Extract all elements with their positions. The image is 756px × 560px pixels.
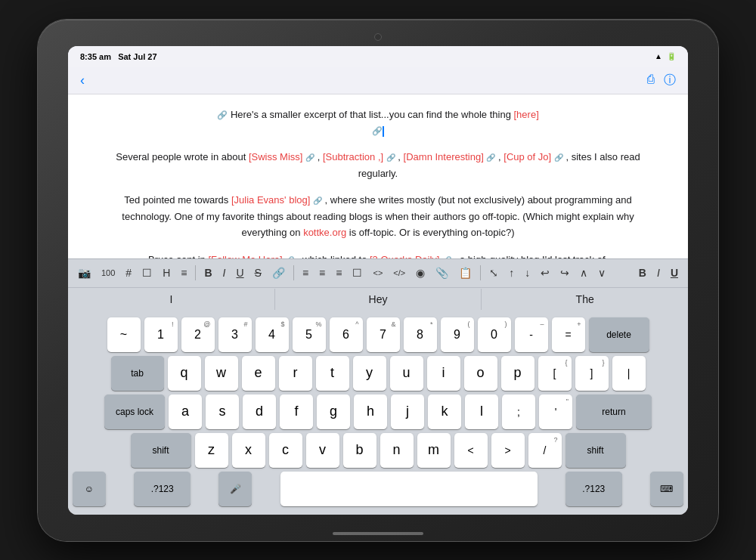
key-r[interactable]: r [279,356,312,391]
key-tilde[interactable]: ~ [107,317,141,352]
key-0[interactable]: )0 [478,317,511,352]
code-block-btn[interactable]: </> [389,265,409,280]
redo-btn[interactable]: ↪ [556,264,573,282]
key-8[interactable]: *8 [404,317,437,352]
key-t[interactable]: t [316,356,349,391]
italic-btn[interactable]: I [219,264,230,282]
key-p[interactable]: p [501,356,534,391]
bold-right-btn[interactable]: B [635,264,650,282]
key-j[interactable]: j [391,394,424,429]
undo-btn[interactable]: ↩ [537,264,553,282]
key-5[interactable]: %5 [293,317,326,352]
quarks-daily-link[interactable]: [3 Quarks Daily] [370,254,439,258]
highlight-btn[interactable]: ◉ [412,264,429,282]
key-mic[interactable]: 🎤 [218,472,252,506]
camera-btn[interactable]: 📷 [74,264,94,282]
damn-interesting-link[interactable]: [Damn Interesting] [404,151,484,162]
key-e[interactable]: e [242,356,275,391]
checklist-btn[interactable]: ☐ [138,264,156,282]
key-keyboard[interactable]: ⌨ [650,472,683,506]
predictive-word-2[interactable]: Hey [275,289,482,310]
key-tab[interactable]: tab [111,356,164,391]
key-7[interactable]: &7 [367,317,400,352]
key-slash[interactable]: ?/ [528,433,562,468]
key-x[interactable]: x [232,433,265,468]
key-i[interactable]: i [427,356,460,391]
bold-btn[interactable]: B [200,264,215,282]
font-size-btn[interactable]: 100 [98,265,119,280]
back-button[interactable]: ‹ [80,73,85,88]
key-space[interactable] [280,472,538,506]
key-d[interactable]: d [243,394,276,429]
collapse-up-btn[interactable]: ∧ [576,264,591,282]
key-n[interactable]: n [380,433,414,468]
key-u[interactable]: u [390,356,423,391]
key-s[interactable]: s [206,394,239,429]
key-numbers-right[interactable]: .?123 [565,472,622,506]
move-up-btn[interactable]: ↑ [505,264,518,282]
hashtag-btn[interactable]: # [122,264,135,282]
key-g[interactable]: g [317,394,350,429]
key-y[interactable]: y [353,356,386,391]
swiss-miss-link[interactable]: [Swiss Miss] [249,151,303,162]
key-minus[interactable]: –- [515,317,548,352]
predictive-word-1[interactable]: I [68,289,275,310]
julia-evans-link[interactable]: [Julia Evans' blog] [231,194,310,206]
key-numbers-left[interactable]: .?123 [134,472,191,506]
underline-btn[interactable]: U [232,264,247,282]
key-v[interactable]: v [306,433,339,468]
key-2[interactable]: @2 [181,317,215,352]
key-shift-left[interactable]: shift [131,433,191,468]
key-emoji[interactable]: ☺ [73,472,106,506]
key-semicolon[interactable]: ; [502,394,535,429]
key-z[interactable]: z [195,433,228,468]
heading-btn[interactable]: H [159,264,174,282]
key-o[interactable]: o [464,356,497,391]
key-1[interactable]: !1 [144,317,178,352]
key-a[interactable]: a [169,394,202,429]
key-return[interactable]: return [576,394,652,429]
key-q[interactable]: q [168,356,201,391]
subtraction-link[interactable]: [Subtraction ,] [323,151,383,162]
paste-btn[interactable]: 📋 [455,264,476,282]
here-link[interactable]: [here] [514,109,539,120]
expand-btn[interactable]: ⤡ [485,264,502,282]
key-w[interactable]: w [205,356,238,391]
collapse-down-btn[interactable]: ∨ [594,264,609,282]
key-3[interactable]: #3 [218,317,252,352]
key-comma[interactable]: < [454,433,488,468]
key-pipe[interactable]: | [612,356,646,391]
strikethrough-btn[interactable]: S [251,264,265,282]
list-ordered-btn[interactable]: ≡ [315,264,329,282]
cup-of-jo-link[interactable]: [Cup of Jo] [503,151,551,162]
link-btn[interactable]: 🔗 [268,264,289,282]
code-inline-btn[interactable]: <> [369,265,386,280]
key-9[interactable]: (9 [441,317,474,352]
underline-right-btn[interactable]: U [667,264,682,282]
key-period[interactable]: > [491,433,525,468]
checkbox-btn[interactable]: ☐ [349,264,366,282]
key-equals[interactable]: += [552,317,585,352]
key-h[interactable]: h [354,394,387,429]
indent-btn[interactable]: ≡ [332,264,345,282]
key-shift-right[interactable]: shift [565,433,626,468]
follow-me-here-link[interactable]: [Follow Me Here] [208,254,282,258]
key-bracket-close[interactable]: }] [575,356,609,391]
key-b[interactable]: b [343,433,376,468]
kottke-link[interactable]: kottke.org [303,227,346,238]
move-down-btn[interactable]: ↓ [521,264,534,282]
list-unordered-btn[interactable]: ≡ [299,264,312,282]
key-k[interactable]: k [428,394,461,429]
attach-btn[interactable]: 📎 [432,264,452,282]
italic-right-btn[interactable]: I [653,264,664,282]
key-delete[interactable]: delete [589,317,649,352]
key-capslock[interactable]: caps lock [104,394,165,429]
key-m[interactable]: m [417,433,451,468]
key-quote[interactable]: "' [539,394,572,429]
key-4[interactable]: $4 [256,317,289,352]
share-icon[interactable]: ⎙ [647,73,655,88]
key-6[interactable]: ^6 [330,317,363,352]
key-bracket-open[interactable]: {[ [538,356,572,391]
info-icon[interactable]: ⓘ [664,73,676,88]
key-l[interactable]: l [465,394,498,429]
